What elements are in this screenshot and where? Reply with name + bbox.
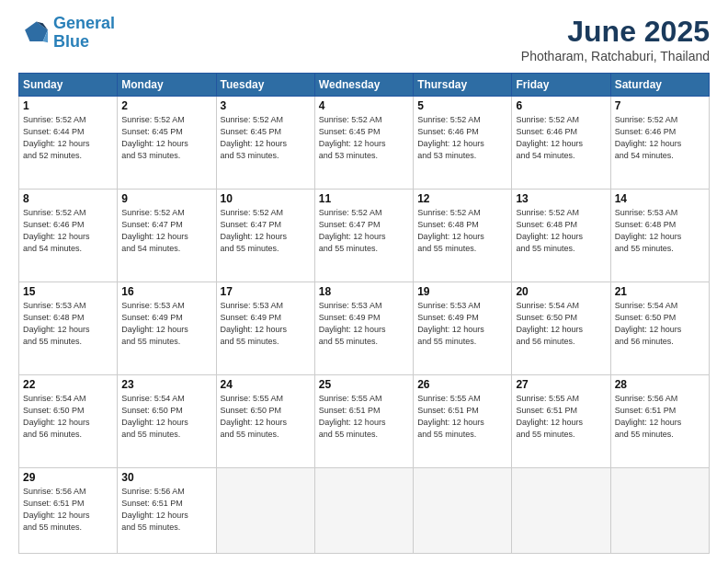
day-info: Sunrise: 5:55 AM Sunset: 6:51 PM Dayligh… [319,393,409,441]
day-info: Sunrise: 5:54 AM Sunset: 6:50 PM Dayligh… [615,300,705,348]
header-sunday: Sunday [19,74,118,97]
table-row [216,468,314,554]
table-row: 14Sunrise: 5:53 AM Sunset: 6:48 PM Dayli… [610,190,709,282]
day-number: 3 [221,99,311,112]
table-row: 15Sunrise: 5:53 AM Sunset: 6:48 PM Dayli… [19,282,118,375]
day-number: 2 [121,99,211,112]
day-number: 28 [615,378,705,391]
logo-general: General [53,14,115,32]
header-tuesday: Tuesday [216,74,314,97]
day-number: 30 [121,471,211,484]
day-number: 4 [319,99,409,112]
calendar-week-2: 8Sunrise: 5:52 AM Sunset: 6:46 PM Daylig… [19,190,710,282]
day-number: 15 [23,285,113,298]
day-number: 6 [516,99,606,112]
table-row [314,468,413,554]
day-number: 8 [23,192,113,205]
month-title: June 2025 [521,15,710,49]
day-number: 29 [23,471,113,484]
day-number: 18 [319,285,409,298]
day-number: 21 [615,285,705,298]
calendar-week-5: 29Sunrise: 5:56 AM Sunset: 6:51 PM Dayli… [19,468,710,554]
day-info: Sunrise: 5:54 AM Sunset: 6:50 PM Dayligh… [516,300,606,348]
table-row: 6Sunrise: 5:52 AM Sunset: 6:46 PM Daylig… [512,97,610,190]
table-row: 27Sunrise: 5:55 AM Sunset: 6:51 PM Dayli… [512,375,610,468]
header-thursday: Thursday [414,74,512,97]
day-number: 10 [221,192,311,205]
table-row: 2Sunrise: 5:52 AM Sunset: 6:45 PM Daylig… [118,97,216,190]
table-row: 17Sunrise: 5:53 AM Sunset: 6:49 PM Dayli… [216,282,314,375]
day-info: Sunrise: 5:52 AM Sunset: 6:47 PM Dayligh… [319,207,409,255]
day-number: 5 [417,99,507,112]
table-row: 8Sunrise: 5:52 AM Sunset: 6:46 PM Daylig… [19,190,118,282]
day-info: Sunrise: 5:52 AM Sunset: 6:47 PM Dayligh… [221,207,311,255]
day-number: 1 [23,99,113,112]
table-row: 28Sunrise: 5:56 AM Sunset: 6:51 PM Dayli… [610,375,709,468]
table-row: 23Sunrise: 5:54 AM Sunset: 6:50 PM Dayli… [118,375,216,468]
location-title: Photharam, Ratchaburi, Thailand [521,49,710,63]
day-info: Sunrise: 5:52 AM Sunset: 6:44 PM Dayligh… [23,114,113,162]
day-info: Sunrise: 5:54 AM Sunset: 6:50 PM Dayligh… [121,393,211,441]
day-number: 20 [516,285,606,298]
page: General Blue June 2025 Photharam, Ratcha… [0,0,728,563]
day-info: Sunrise: 5:53 AM Sunset: 6:49 PM Dayligh… [121,300,211,348]
day-info: Sunrise: 5:52 AM Sunset: 6:46 PM Dayligh… [23,207,113,255]
calendar-week-4: 22Sunrise: 5:54 AM Sunset: 6:50 PM Dayli… [19,375,710,468]
day-number: 22 [23,378,113,391]
logo: General Blue [18,15,115,52]
day-number: 11 [319,192,409,205]
day-info: Sunrise: 5:53 AM Sunset: 6:49 PM Dayligh… [221,300,311,348]
table-row: 24Sunrise: 5:55 AM Sunset: 6:50 PM Dayli… [216,375,314,468]
logo-blue: Blue [53,33,115,52]
day-info: Sunrise: 5:52 AM Sunset: 6:46 PM Dayligh… [516,114,606,162]
day-info: Sunrise: 5:52 AM Sunset: 6:46 PM Dayligh… [417,114,507,162]
day-info: Sunrise: 5:56 AM Sunset: 6:51 PM Dayligh… [23,486,113,534]
day-info: Sunrise: 5:53 AM Sunset: 6:49 PM Dayligh… [319,300,409,348]
day-number: 16 [121,285,211,298]
day-info: Sunrise: 5:53 AM Sunset: 6:48 PM Dayligh… [23,300,113,348]
table-row: 29Sunrise: 5:56 AM Sunset: 6:51 PM Dayli… [19,468,118,554]
table-row: 19Sunrise: 5:53 AM Sunset: 6:49 PM Dayli… [414,282,512,375]
day-info: Sunrise: 5:52 AM Sunset: 6:45 PM Dayligh… [221,114,311,162]
day-number: 9 [121,192,211,205]
day-info: Sunrise: 5:53 AM Sunset: 6:48 PM Dayligh… [615,207,705,255]
table-row: 7Sunrise: 5:52 AM Sunset: 6:46 PM Daylig… [610,97,709,190]
table-row: 13Sunrise: 5:52 AM Sunset: 6:48 PM Dayli… [512,190,610,282]
table-row: 4Sunrise: 5:52 AM Sunset: 6:45 PM Daylig… [314,97,413,190]
table-row: 12Sunrise: 5:52 AM Sunset: 6:48 PM Dayli… [414,190,512,282]
table-row: 25Sunrise: 5:55 AM Sunset: 6:51 PM Dayli… [314,375,413,468]
table-row: 20Sunrise: 5:54 AM Sunset: 6:50 PM Dayli… [512,282,610,375]
day-number: 7 [615,99,705,112]
header-wednesday: Wednesday [314,74,413,97]
day-info: Sunrise: 5:52 AM Sunset: 6:45 PM Dayligh… [121,114,211,162]
header-saturday: Saturday [610,74,709,97]
header: General Blue June 2025 Photharam, Ratcha… [18,15,710,63]
day-number: 14 [615,192,705,205]
day-info: Sunrise: 5:56 AM Sunset: 6:51 PM Dayligh… [615,393,705,441]
calendar-header-row: Sunday Monday Tuesday Wednesday Thursday… [19,74,710,97]
calendar-week-3: 15Sunrise: 5:53 AM Sunset: 6:48 PM Dayli… [19,282,710,375]
day-info: Sunrise: 5:52 AM Sunset: 6:47 PM Dayligh… [121,207,211,255]
day-info: Sunrise: 5:53 AM Sunset: 6:49 PM Dayligh… [417,300,507,348]
calendar-week-1: 1Sunrise: 5:52 AM Sunset: 6:44 PM Daylig… [19,97,710,190]
logo-text: General Blue [53,15,115,52]
table-row: 3Sunrise: 5:52 AM Sunset: 6:45 PM Daylig… [216,97,314,190]
day-info: Sunrise: 5:55 AM Sunset: 6:50 PM Dayligh… [221,393,311,441]
table-row: 1Sunrise: 5:52 AM Sunset: 6:44 PM Daylig… [19,97,118,190]
day-info: Sunrise: 5:52 AM Sunset: 6:48 PM Dayligh… [516,207,606,255]
table-row: 16Sunrise: 5:53 AM Sunset: 6:49 PM Dayli… [118,282,216,375]
table-row: 30Sunrise: 5:56 AM Sunset: 6:51 PM Dayli… [118,468,216,554]
table-row [414,468,512,554]
title-block: June 2025 Photharam, Ratchaburi, Thailan… [521,15,710,63]
day-info: Sunrise: 5:56 AM Sunset: 6:51 PM Dayligh… [121,486,211,534]
day-info: Sunrise: 5:54 AM Sunset: 6:50 PM Dayligh… [23,393,113,441]
header-friday: Friday [512,74,610,97]
day-number: 25 [319,378,409,391]
day-number: 13 [516,192,606,205]
header-monday: Monday [118,74,216,97]
table-row: 18Sunrise: 5:53 AM Sunset: 6:49 PM Dayli… [314,282,413,375]
table-row: 10Sunrise: 5:52 AM Sunset: 6:47 PM Dayli… [216,190,314,282]
day-number: 27 [516,378,606,391]
table-row [610,468,709,554]
calendar-table: Sunday Monday Tuesday Wednesday Thursday… [18,73,710,554]
